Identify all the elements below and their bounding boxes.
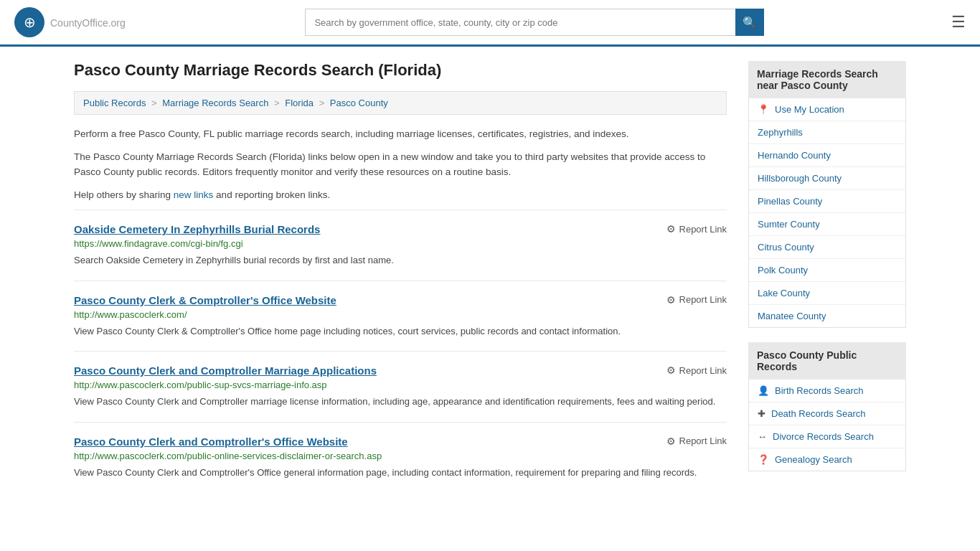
description-3-suffix: and reporting broken links. xyxy=(213,189,330,200)
page-header: ⊕ CountyOffice.org 🔍 ☰ xyxy=(0,0,980,47)
sidebar-item-death[interactable]: ✚ Death Records Search xyxy=(749,402,905,425)
death-records-label: Death Records Search xyxy=(771,408,866,419)
breadcrumb-sep-1: > xyxy=(151,98,159,108)
birth-icon: 👤 xyxy=(758,385,769,396)
use-location-label: Use My Location xyxy=(775,104,844,115)
search-button[interactable]: 🔍 xyxy=(735,9,764,36)
death-icon: ✚ xyxy=(758,408,765,419)
result-item: Oakside Cemetery In Zephyrhills Burial R… xyxy=(74,209,727,281)
sidebar-public-records-header: Pasco County Public Records xyxy=(748,342,906,380)
result-desc-4: View Pasco County Clerk and Comptroller'… xyxy=(74,466,727,480)
sidebar-item-pinellas[interactable]: Pinellas County xyxy=(749,190,905,213)
menu-button[interactable]: ☰ xyxy=(951,13,966,32)
result-header: Oakside Cemetery In Zephyrhills Burial R… xyxy=(74,223,727,235)
report-label-4: Report Link xyxy=(679,435,727,446)
sidebar-item-hernando[interactable]: Hernando County xyxy=(749,144,905,167)
result-header: Pasco County Clerk and Comptroller's Off… xyxy=(74,435,727,448)
report-link-4[interactable]: ⚙ Report Link xyxy=(666,435,727,447)
genealogy-icon: ❓ xyxy=(758,454,769,465)
breadcrumb-florida[interactable]: Florida xyxy=(285,98,314,108)
hillsborough-link[interactable]: Hillsborough County xyxy=(749,167,905,189)
hernando-link[interactable]: Hernando County xyxy=(749,144,905,166)
pinellas-link[interactable]: Pinellas County xyxy=(749,190,905,212)
breadcrumb: Public Records > Marriage Records Search… xyxy=(74,91,727,115)
result-header: Pasco County Clerk and Comptroller Marri… xyxy=(74,364,727,377)
report-label-3: Report Link xyxy=(679,365,727,376)
report-link-3[interactable]: ⚙ Report Link xyxy=(666,364,727,376)
result-url-2: http://www.pascoclerk.com/ xyxy=(74,309,727,320)
result-item: Pasco County Clerk & Comptroller's Offic… xyxy=(74,281,727,352)
sidebar-public-records-section: Pasco County Public Records 👤 Birth Reco… xyxy=(748,342,906,471)
search-area: 🔍 xyxy=(305,9,764,36)
report-icon-3: ⚙ xyxy=(666,364,676,376)
breadcrumb-marriage-records[interactable]: Marriage Records Search xyxy=(162,98,268,108)
description-1: Perform a free Pasco County, FL public m… xyxy=(74,126,727,142)
sidebar-item-polk[interactable]: Polk County xyxy=(749,259,905,282)
birth-records-link[interactable]: 👤 Birth Records Search xyxy=(749,380,905,402)
sidebar-item-citrus[interactable]: Citrus County xyxy=(749,236,905,259)
result-desc-3: View Pasco County Clerk and Comptroller … xyxy=(74,395,727,409)
result-desc-1: Search Oakside Cemetery in Zephyrhills b… xyxy=(74,253,727,268)
page-title: Pasco County Marriage Records Search (Fl… xyxy=(74,61,727,80)
report-label-1: Report Link xyxy=(679,224,727,235)
birth-records-label: Birth Records Search xyxy=(775,385,864,396)
zephyrhills-link[interactable]: Zephyrhills xyxy=(749,121,905,143)
result-title-2[interactable]: Pasco County Clerk & Comptroller's Offic… xyxy=(74,294,336,306)
result-title-3[interactable]: Pasco County Clerk and Comptroller Marri… xyxy=(74,364,377,377)
genealogy-label: Genealogy Search xyxy=(775,454,852,465)
genealogy-link[interactable]: ❓ Genealogy Search xyxy=(749,448,905,471)
logo-area: ⊕ CountyOffice.org xyxy=(14,7,126,37)
sidebar-item-use-location[interactable]: 📍 Use My Location xyxy=(749,98,905,121)
result-title-1[interactable]: Oakside Cemetery In Zephyrhills Burial R… xyxy=(74,223,320,235)
content-area: Pasco County Marriage Records Search (Fl… xyxy=(74,61,727,492)
location-icon: 📍 xyxy=(758,104,769,115)
breadcrumb-sep-2: > xyxy=(274,98,282,108)
use-location-link[interactable]: 📍 Use My Location xyxy=(749,98,905,121)
divorce-records-link[interactable]: ↔ Divorce Records Search xyxy=(749,425,905,448)
menu-icon: ☰ xyxy=(951,13,966,31)
main-container: Pasco County Marriage Records Search (Fl… xyxy=(60,47,920,507)
result-header: Pasco County Clerk & Comptroller's Offic… xyxy=(74,294,727,306)
report-label-2: Report Link xyxy=(679,294,727,305)
manatee-link[interactable]: Manatee County xyxy=(749,305,905,327)
sidebar-nearby-section: Marriage Records Search near Pasco Count… xyxy=(748,61,906,328)
new-links-link[interactable]: new links xyxy=(174,189,214,200)
sidebar-nearby-list: 📍 Use My Location Zephyrhills Hernando C… xyxy=(748,98,906,328)
polk-link[interactable]: Polk County xyxy=(749,259,905,281)
report-link-1[interactable]: ⚙ Report Link xyxy=(666,223,727,235)
breadcrumb-pasco[interactable]: Pasco County xyxy=(330,98,388,108)
logo-text: CountyOffice.org xyxy=(50,15,126,30)
sidebar-item-genealogy[interactable]: ❓ Genealogy Search xyxy=(749,448,905,471)
sidebar-item-lake[interactable]: Lake County xyxy=(749,282,905,305)
sidebar-item-sumter[interactable]: Sumter County xyxy=(749,213,905,236)
logo-icon: ⊕ xyxy=(14,7,44,37)
result-url-4: http://www.pascoclerk.com/public-online-… xyxy=(74,451,727,461)
sidebar-item-birth[interactable]: 👤 Birth Records Search xyxy=(749,380,905,402)
sidebar-item-divorce[interactable]: ↔ Divorce Records Search xyxy=(749,425,905,448)
description-3-prefix: Help others by sharing xyxy=(74,189,174,200)
search-input[interactable] xyxy=(305,9,735,36)
result-title-4[interactable]: Pasco County Clerk and Comptroller's Off… xyxy=(74,435,348,448)
result-url-1: https://www.findagrave.com/cgi-bin/fg.cg… xyxy=(74,238,727,249)
sidebar: Marriage Records Search near Pasco Count… xyxy=(748,61,906,492)
breadcrumb-sep-3: > xyxy=(319,98,327,108)
divorce-records-label: Divorce Records Search xyxy=(773,431,874,442)
sidebar-item-zephyrhills[interactable]: Zephyrhills xyxy=(749,121,905,144)
breadcrumb-public-records[interactable]: Public Records xyxy=(83,98,146,108)
sumter-link[interactable]: Sumter County xyxy=(749,213,905,235)
sidebar-item-manatee[interactable]: Manatee County xyxy=(749,305,905,327)
result-desc-2: View Pasco County Clerk & Comptroller's … xyxy=(74,324,727,339)
report-icon-4: ⚙ xyxy=(666,435,676,447)
lake-link[interactable]: Lake County xyxy=(749,282,905,304)
divorce-icon: ↔ xyxy=(758,431,767,442)
report-icon-2: ⚙ xyxy=(666,294,676,306)
description-2: The Pasco County Marriage Records Search… xyxy=(74,149,727,180)
report-icon-1: ⚙ xyxy=(666,223,676,235)
report-link-2[interactable]: ⚙ Report Link xyxy=(666,294,727,306)
sidebar-nearby-header: Marriage Records Search near Pasco Count… xyxy=(748,61,906,98)
citrus-link[interactable]: Citrus County xyxy=(749,236,905,258)
sidebar-item-hillsborough[interactable]: Hillsborough County xyxy=(749,167,905,190)
death-records-link[interactable]: ✚ Death Records Search xyxy=(749,402,905,425)
sidebar-public-records-list: 👤 Birth Records Search ✚ Death Records S… xyxy=(748,380,906,471)
result-url-3: http://www.pascoclerk.com/public-sup-svc… xyxy=(74,380,727,390)
